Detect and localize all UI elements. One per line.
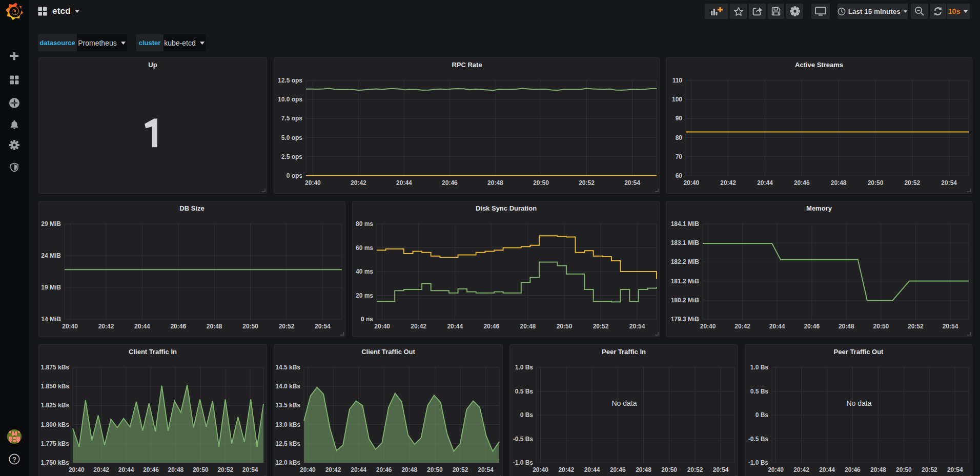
svg-text:1.775 kBs: 1.775 kBs [41, 440, 70, 447]
svg-text:20:46: 20:46 [845, 466, 861, 473]
svg-text:1.0 Bs: 1.0 Bs [750, 364, 769, 371]
svg-text:180.2 MiB: 180.2 MiB [671, 297, 700, 304]
svg-text:0 Bs: 0 Bs [520, 411, 534, 419]
svg-text:20:42: 20:42 [793, 466, 809, 473]
svg-text:60 ms: 60 ms [356, 244, 373, 252]
svg-text:20:46: 20:46 [804, 323, 820, 330]
svg-text:5.0 ops: 5.0 ops [281, 134, 303, 141]
svg-text:10.0 ops: 10.0 ops [278, 96, 302, 103]
svg-text:0 Bs: 0 Bs [756, 411, 769, 419]
svg-text:20:50: 20:50 [242, 323, 258, 330]
svg-text:13.5 kBs: 13.5 kBs [275, 402, 300, 409]
svg-text:100: 100 [672, 96, 682, 103]
svg-text:20:40: 20:40 [62, 323, 78, 330]
svg-text:20:44: 20:44 [757, 179, 773, 187]
svg-text:20:50: 20:50 [661, 466, 677, 473]
svg-text:20:42: 20:42 [411, 323, 426, 330]
svg-text:20:52: 20:52 [904, 179, 920, 187]
svg-text:29 MiB: 29 MiB [41, 220, 61, 227]
svg-text:20:46: 20:46 [170, 323, 186, 330]
svg-text:20:42: 20:42 [734, 323, 750, 330]
svg-text:20:48: 20:48 [870, 466, 886, 473]
svg-text:20:46: 20:46 [376, 466, 392, 473]
svg-text:20:54: 20:54 [315, 323, 331, 330]
svg-text:80: 80 [676, 134, 683, 141]
svg-text:20:50: 20:50 [193, 466, 209, 473]
svg-text:No data: No data [846, 399, 871, 407]
svg-text:20:52: 20:52 [279, 323, 295, 330]
svg-text:1.850 kBs: 1.850 kBs [41, 383, 70, 390]
svg-text:20:44: 20:44 [396, 179, 412, 187]
svg-text:-0.5 Bs: -0.5 Bs [513, 436, 534, 443]
svg-text:20:40: 20:40 [700, 323, 716, 330]
svg-text:20:50: 20:50 [873, 323, 889, 330]
svg-text:-0.5 Bs: -0.5 Bs [748, 436, 769, 443]
svg-text:14 MiB: 14 MiB [41, 316, 61, 323]
svg-text:-1.0 Bs: -1.0 Bs [513, 459, 534, 466]
svg-text:20:50: 20:50 [896, 466, 912, 473]
svg-text:14.0 kBs: 14.0 kBs [275, 383, 300, 390]
svg-text:19 MiB: 19 MiB [41, 284, 61, 291]
svg-text:0.5 Bs: 0.5 Bs [750, 388, 769, 395]
svg-text:12.5 kBs: 12.5 kBs [275, 440, 300, 447]
svg-text:20:52: 20:52 [922, 466, 937, 473]
svg-text:24 MiB: 24 MiB [41, 252, 61, 259]
svg-text:20:48: 20:48 [839, 323, 854, 330]
svg-text:1.875 kBs: 1.875 kBs [41, 364, 70, 371]
svg-text:20:44: 20:44 [769, 323, 785, 330]
svg-text:184.1 MiB: 184.1 MiB [671, 220, 700, 227]
svg-text:20:52: 20:52 [687, 466, 703, 473]
svg-text:20:44: 20:44 [134, 323, 150, 330]
svg-text:?: ? [12, 456, 16, 463]
svg-text:20:40: 20:40 [683, 179, 699, 187]
svg-text:20 ms: 20 ms [356, 292, 373, 299]
svg-text:20:42: 20:42 [325, 466, 341, 473]
svg-text:20:46: 20:46 [442, 179, 458, 187]
svg-text:20:48: 20:48 [401, 466, 417, 473]
svg-text:20:50: 20:50 [533, 179, 549, 187]
svg-text:110: 110 [672, 77, 683, 84]
svg-text:20:40: 20:40 [768, 466, 784, 473]
svg-text:0.5 Bs: 0.5 Bs [515, 388, 534, 395]
svg-text:70: 70 [676, 153, 683, 160]
svg-text:20:54: 20:54 [478, 466, 494, 473]
svg-text:20:52: 20:52 [579, 179, 595, 187]
svg-text:20:50: 20:50 [557, 323, 573, 330]
svg-text:20:48: 20:48 [831, 179, 847, 187]
svg-text:20:52: 20:52 [593, 323, 609, 330]
svg-text:20:44: 20:44 [819, 466, 835, 473]
svg-text:20:54: 20:54 [713, 466, 729, 473]
svg-text:20:44: 20:44 [584, 466, 600, 473]
svg-text:20:46: 20:46 [143, 466, 159, 473]
svg-text:20:44: 20:44 [447, 323, 463, 330]
svg-text:-1.0 Bs: -1.0 Bs [748, 459, 769, 466]
svg-text:20:40: 20:40 [374, 323, 390, 330]
svg-text:20:52: 20:52 [217, 466, 233, 473]
svg-text:20:40: 20:40 [305, 179, 321, 187]
svg-text:20:40: 20:40 [533, 466, 548, 473]
svg-text:0 ns: 0 ns [361, 316, 373, 323]
svg-text:20:40: 20:40 [300, 466, 316, 473]
svg-text:20:54: 20:54 [624, 179, 640, 187]
svg-text:60: 60 [676, 172, 683, 179]
svg-text:0 ops: 0 ops [287, 172, 303, 179]
svg-text:1.800 kBs: 1.800 kBs [41, 421, 70, 428]
svg-text:20:48: 20:48 [168, 466, 184, 473]
svg-text:20:46: 20:46 [483, 323, 499, 330]
svg-text:20:44: 20:44 [118, 466, 134, 473]
svg-text:182.2 MiB: 182.2 MiB [671, 258, 700, 265]
svg-text:40 ms: 40 ms [356, 268, 373, 275]
svg-text:12.5 ops: 12.5 ops [278, 77, 302, 84]
svg-text:1.825 kBs: 1.825 kBs [41, 402, 70, 409]
svg-text:20:42: 20:42 [351, 179, 366, 187]
svg-text:20:54: 20:54 [947, 466, 963, 473]
svg-text:No data: No data [611, 399, 637, 407]
svg-text:20:40: 20:40 [69, 466, 85, 473]
svg-text:20:48: 20:48 [487, 179, 503, 187]
svg-text:20:44: 20:44 [351, 466, 366, 473]
svg-text:20:42: 20:42 [93, 466, 109, 473]
svg-text:14.5 kBs: 14.5 kBs [275, 364, 300, 371]
svg-text:20:42: 20:42 [720, 179, 736, 187]
svg-text:80 ms: 80 ms [356, 220, 373, 227]
svg-text:2.5 ops: 2.5 ops [281, 153, 303, 160]
